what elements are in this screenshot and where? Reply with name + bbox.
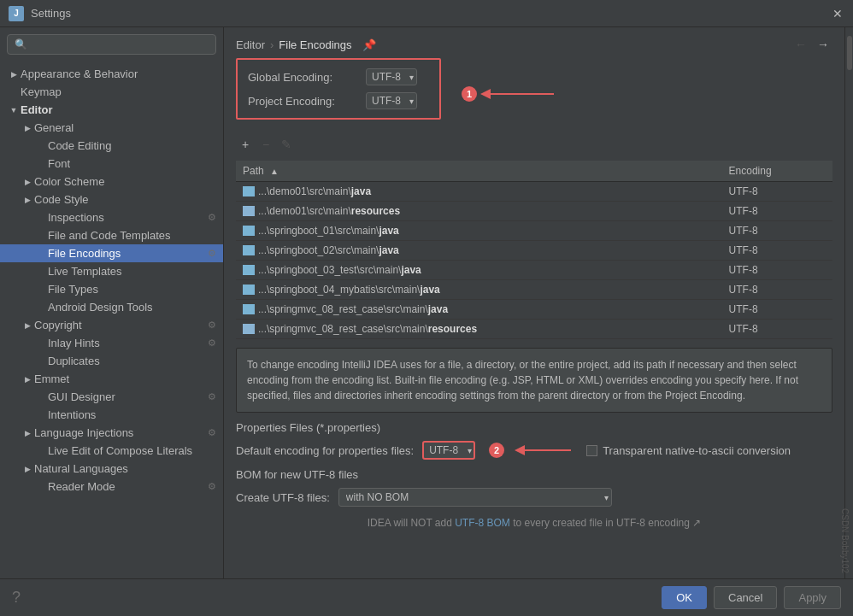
sidebar-item-label: Copyright	[34, 319, 208, 331]
encoding-cell: UTF-8	[722, 300, 832, 320]
native-ascii-row: Transparent native-to-ascii conversion	[586, 444, 791, 457]
path-bold: java	[428, 303, 448, 315]
path-prefix: ...\demo01\src\main\	[258, 185, 351, 197]
sidebar-item-keymap[interactable]: Keymap	[0, 83, 223, 101]
sidebar-item-reader-mode[interactable]: Reader Mode ⚙	[0, 478, 223, 496]
sidebar-item-label: Inlay Hints	[48, 337, 208, 349]
encoding-settings-box: Global Encoding: UTF-8 Project Encoding:	[236, 58, 441, 120]
encoding-description: To change encoding IntelliJ IDEA uses fo…	[236, 348, 832, 413]
window-controls: ✕	[831, 7, 844, 21]
bom-create-select[interactable]: with NO BOM	[338, 488, 612, 507]
scrollbar-thumb[interactable]	[847, 36, 852, 70]
sidebar-item-live-templates[interactable]: Live Templates	[0, 262, 223, 280]
edit-button[interactable]: ✎	[277, 135, 296, 154]
project-encoding-select-wrapper: UTF-8	[366, 92, 417, 109]
search-box[interactable]: 🔍	[7, 34, 216, 55]
table-row[interactable]: ...\springmvc_08_rest_case\src\main\java…	[236, 300, 832, 320]
sidebar-item-label: Keymap	[21, 85, 216, 98]
project-encoding-select[interactable]: UTF-8	[366, 92, 417, 109]
path-prefix: ...\springboot_02\src\main\	[258, 244, 379, 256]
properties-encoding-row: Default encoding for properties files: U…	[236, 441, 832, 460]
breadcrumb-current: File Encodings	[279, 38, 351, 51]
sidebar-item-editor[interactable]: ▼ Editor	[0, 101, 223, 119]
native-ascii-checkbox[interactable]	[586, 445, 597, 456]
settings-icon: ⚙	[208, 337, 216, 349]
sidebar-item-label: Color Scheme	[34, 175, 216, 188]
table-row[interactable]: ...\demo01\src\main\java UTF-8	[236, 182, 832, 202]
sidebar-item-inlay-hints[interactable]: Inlay Hints ⚙	[0, 334, 223, 352]
sidebar-item-live-edit-compose[interactable]: Live Edit of Compose Literals	[0, 442, 223, 460]
sidebar-item-label: Reader Mode	[48, 480, 208, 493]
folder-icon	[243, 206, 255, 216]
breadcrumb-separator: ›	[270, 38, 274, 51]
watermark: CSDN Bobby102	[840, 508, 850, 573]
folder-icon	[243, 265, 255, 275]
sidebar-item-appearance[interactable]: ▶ Appearance & Behavior	[0, 65, 223, 83]
folder-icon	[243, 324, 255, 334]
bom-note: IDEA will NOT add UTF-8 BOM to every cre…	[236, 513, 832, 532]
pin-icon[interactable]: 📌	[362, 38, 376, 51]
sidebar-item-label: Language Injections	[34, 426, 208, 439]
back-button[interactable]: ←	[791, 36, 810, 53]
sidebar-item-natural-languages[interactable]: ▶ Natural Languages	[0, 460, 223, 478]
sidebar-item-file-types[interactable]: File Types	[0, 280, 223, 298]
sidebar-item-intentions[interactable]: Intentions	[0, 406, 223, 424]
bom-link[interactable]: UTF-8 BOM	[455, 517, 510, 529]
forward-button[interactable]: →	[814, 36, 832, 53]
path-bold: resources	[428, 323, 477, 335]
sidebar-item-code-editing[interactable]: Code Editing	[0, 137, 223, 155]
folder-icon	[243, 285, 255, 295]
close-button[interactable]: ✕	[831, 7, 844, 21]
sidebar-item-copyright[interactable]: ▶ Copyright ⚙	[0, 316, 223, 334]
folder-icon	[243, 245, 255, 255]
table-row[interactable]: ...\springboot_02\src\main\java UTF-8	[236, 241, 832, 261]
breadcrumb-parent: Editor	[236, 38, 265, 51]
path-prefix: ...\springboot_01\src\main\	[258, 225, 379, 237]
sidebar-item-file-code-templates[interactable]: File and Code Templates	[0, 226, 223, 244]
path-prefix: ...\springboot_04_mybatis\src\main\	[258, 284, 420, 296]
table-row[interactable]: ...\springmvc_08_rest_case\src\main\reso…	[236, 320, 832, 339]
sidebar-item-label: General	[34, 121, 216, 134]
sidebar-item-label: Code Editing	[48, 139, 216, 152]
annotation-badge-2: 2	[489, 443, 504, 458]
sidebar-item-android-design-tools[interactable]: Android Design Tools	[0, 298, 223, 316]
cancel-button[interactable]: Cancel	[714, 586, 777, 609]
sidebar-item-label: Font	[48, 157, 216, 170]
ok-button[interactable]: OK	[662, 586, 707, 609]
bom-note-suffix: to every created file in UTF-8 encoding …	[510, 517, 701, 529]
table-row[interactable]: ...\springboot_04_mybatis\src\main\java …	[236, 280, 832, 300]
sidebar-item-inspections[interactable]: Inspections ⚙	[0, 208, 223, 226]
sidebar-item-language-injections[interactable]: ▶ Language Injections ⚙	[0, 424, 223, 442]
path-bold: java	[351, 185, 371, 197]
help-button[interactable]: ?	[12, 589, 21, 607]
sidebar-item-gui-designer[interactable]: GUI Designer ⚙	[0, 388, 223, 406]
add-button[interactable]: +	[236, 135, 255, 154]
table-row[interactable]: ...\springboot_01\src\main\java UTF-8	[236, 221, 832, 241]
sidebar-item-general[interactable]: ▶ General	[0, 119, 223, 137]
sidebar-item-font[interactable]: Font	[0, 155, 223, 173]
properties-encoding-select[interactable]: UTF-8	[422, 441, 475, 460]
remove-button[interactable]: −	[256, 135, 275, 154]
sidebar-item-label: File Types	[48, 283, 216, 296]
encoding-cell: UTF-8	[722, 221, 832, 241]
settings-icon: ⚙	[208, 212, 216, 223]
table-row[interactable]: ...\demo01\src\main\resources UTF-8	[236, 202, 832, 221]
apply-button[interactable]: Apply	[784, 586, 841, 609]
path-bold: java	[420, 284, 439, 296]
table-row[interactable]: ...\springboot_03_test\src\main\java UTF…	[236, 261, 832, 280]
project-encoding-row: Project Encoding: UTF-8	[248, 92, 429, 109]
search-input[interactable]	[31, 38, 209, 50]
bom-note-prefix: IDEA will NOT add	[368, 517, 455, 529]
sort-asc-icon: ▲	[270, 167, 279, 176]
sidebar-item-file-encodings[interactable]: File Encodings ⚙	[0, 244, 223, 262]
sidebar-item-color-scheme[interactable]: ▶ Color Scheme	[0, 173, 223, 191]
sidebar-item-code-style[interactable]: ▶ Code Style	[0, 191, 223, 208]
encoding-cell: UTF-8	[722, 182, 832, 202]
path-bold: java	[379, 225, 398, 237]
global-encoding-select[interactable]: UTF-8	[366, 68, 417, 85]
sidebar-item-duplicates[interactable]: Duplicates	[0, 352, 223, 370]
window-title: Settings	[31, 7, 831, 20]
path-cell: ...\springboot_03_test\src\main\java	[236, 261, 722, 280]
folder-icon	[243, 186, 255, 197]
sidebar-item-emmet[interactable]: ▶ Emmet	[0, 370, 223, 388]
